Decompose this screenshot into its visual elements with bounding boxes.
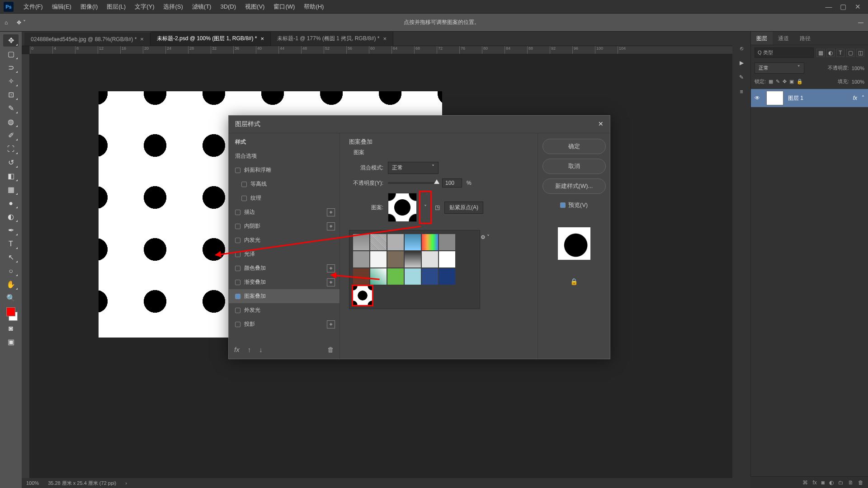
pattern-swatch[interactable] xyxy=(439,234,455,250)
bevel-emboss[interactable]: 斜面和浮雕 xyxy=(229,163,340,177)
delete-layer-icon[interactable]: 🗑 xyxy=(858,479,863,486)
screenmode-tool[interactable]: ▣ xyxy=(3,336,19,348)
zoom-tool[interactable]: 🔍 xyxy=(3,292,19,304)
filter-type-icon[interactable]: T xyxy=(836,49,844,57)
layer-fx-icon[interactable]: fx xyxy=(812,479,816,486)
dialog-titlebar[interactable]: 图层样式 ✕ xyxy=(229,116,610,133)
path-select-tool[interactable]: ↖ xyxy=(3,251,19,263)
pattern-swatch[interactable] xyxy=(387,251,404,267)
tab-channels[interactable]: 通道 xyxy=(773,32,794,45)
ok-button[interactable]: 确定 xyxy=(542,139,606,154)
optbar-collapse-icon[interactable]: — xyxy=(858,19,863,26)
pattern-swatch[interactable] xyxy=(353,234,369,250)
clone-panel-icon[interactable]: ≡ xyxy=(740,89,743,95)
add-icon[interactable]: + xyxy=(327,264,335,272)
user-pattern-swatch[interactable] xyxy=(353,286,372,305)
status-docsize[interactable]: 35.28 厘米 x 25.4 厘米 (72 ppi) xyxy=(48,480,116,487)
opacity-slider[interactable] xyxy=(388,182,438,184)
contour[interactable]: 等高线 xyxy=(229,177,340,191)
filter-smart-icon[interactable]: ◫ xyxy=(856,49,864,57)
blend-mode-select[interactable]: 正常˅ xyxy=(755,62,804,74)
menu-edit[interactable]: 编辑(E) xyxy=(47,0,76,14)
maximize-icon[interactable]: ▢ xyxy=(839,3,847,11)
doc-tab-2[interactable]: 未标题-2.psd @ 100% (图层 1, RGB/8#) *× xyxy=(151,32,271,46)
menu-help[interactable]: 帮助(H) xyxy=(299,0,328,14)
marquee-tool[interactable]: ▢ xyxy=(3,48,19,60)
pattern-swatch[interactable] xyxy=(422,251,438,267)
filter-adjust-icon[interactable]: ◐ xyxy=(826,49,835,57)
healing-tool[interactable]: ◍ xyxy=(3,116,19,128)
close-icon[interactable]: ✕ xyxy=(854,3,862,11)
lock-position-icon[interactable]: ✎ xyxy=(776,79,780,84)
lock-artboard-icon[interactable]: ▣ xyxy=(789,79,794,84)
texture[interactable]: 纹理 xyxy=(229,191,340,205)
lasso-tool[interactable]: ⊃ xyxy=(3,61,19,74)
close-icon[interactable]: × xyxy=(140,36,144,42)
pattern-swatch[interactable] xyxy=(370,234,387,250)
preview-checkbox[interactable]: 预览(V) xyxy=(560,201,588,209)
add-icon[interactable]: + xyxy=(327,320,335,328)
filter-pixel-icon[interactable]: ▦ xyxy=(816,49,825,57)
lock-move-icon[interactable]: ✥ xyxy=(783,79,787,84)
outer-glow[interactable]: 外发光 xyxy=(229,303,340,317)
opacity-input[interactable]: 100 xyxy=(442,178,462,188)
pattern-swatch[interactable] xyxy=(370,251,387,267)
brush-tool[interactable]: ✐ xyxy=(3,129,19,141)
link-layers-icon[interactable]: ⌘ xyxy=(802,479,808,486)
menu-window[interactable]: 窗口(W) xyxy=(269,0,299,14)
blur-tool[interactable]: ● xyxy=(3,197,19,209)
eyedropper-tool[interactable]: ✎ xyxy=(3,102,19,114)
gear-icon[interactable]: ⚙ ˅ xyxy=(481,234,490,240)
menu-type[interactable]: 文字(Y) xyxy=(130,0,159,14)
pattern-overlay[interactable]: 图案叠加 xyxy=(229,289,340,303)
trash-icon[interactable]: 🗑 xyxy=(327,346,334,353)
add-icon[interactable]: + xyxy=(327,208,335,216)
filter-shape-icon[interactable]: ▢ xyxy=(846,49,854,57)
history-panel-icon[interactable]: ⎋ xyxy=(740,45,743,52)
lock-image-icon[interactable]: ▦ xyxy=(769,79,773,84)
layer-row[interactable]: 👁 图层 1 fx ˄ xyxy=(751,89,868,107)
doc-tab-1[interactable]: 024888efaed545eb.jpg @ 88.7%(RGB/8#) *× xyxy=(24,33,151,46)
quickmask-tool[interactable]: ◙ xyxy=(3,322,19,334)
layer-name[interactable]: 图层 1 xyxy=(788,94,803,102)
satin[interactable]: 光泽 xyxy=(229,247,340,261)
fx-badge[interactable]: fx xyxy=(853,95,857,101)
snap-to-origin-button[interactable]: 贴紧原点(A) xyxy=(444,202,483,214)
layer-kind-filter[interactable]: Q 类型 xyxy=(755,47,814,58)
move-tool[interactable]: ✥ xyxy=(3,34,19,47)
color-swatches[interactable] xyxy=(4,307,18,321)
arrow-up-icon[interactable]: ↑ xyxy=(248,346,251,353)
close-icon[interactable]: ✕ xyxy=(598,120,604,128)
visibility-eye-icon[interactable]: 👁 xyxy=(755,95,762,101)
blend-mode-select[interactable]: 正常˅ xyxy=(388,162,439,174)
drop-shadow[interactable]: 投影+ xyxy=(229,317,340,331)
close-icon[interactable]: × xyxy=(383,35,387,42)
menu-layer[interactable]: 图层(L) xyxy=(102,0,130,14)
hand-tool[interactable]: ✋ xyxy=(3,278,19,291)
lock-all-icon[interactable]: 🔒 xyxy=(797,79,803,84)
pattern-preview-swatch[interactable] xyxy=(388,193,417,222)
tab-layers[interactable]: 图层 xyxy=(751,32,773,45)
gradient-overlay[interactable]: 渐变叠加+ xyxy=(229,275,340,289)
menu-image[interactable]: 图像(I) xyxy=(76,0,102,14)
arrow-down-icon[interactable]: ↓ xyxy=(259,346,263,353)
doc-tab-3[interactable]: 未标题-1 @ 177% (椭圆 1 拷贝, RGB/8#) *× xyxy=(271,32,393,46)
new-layer-icon[interactable]: 🗎 xyxy=(848,479,854,486)
cancel-button[interactable]: 取消 xyxy=(542,159,606,174)
pattern-swatch[interactable] xyxy=(405,251,421,267)
pattern-swatch[interactable] xyxy=(387,268,404,285)
add-icon[interactable]: + xyxy=(327,222,335,230)
pattern-swatch[interactable] xyxy=(387,234,404,250)
chevron-up-icon[interactable]: ˄ xyxy=(862,95,864,101)
type-tool[interactable]: T xyxy=(3,238,19,250)
gradient-tool[interactable]: ▦ xyxy=(3,183,19,196)
move-tool-icon[interactable]: ✥ ˅ xyxy=(17,19,25,26)
status-zoom[interactable]: 100% xyxy=(26,480,39,486)
layer-thumbnail[interactable] xyxy=(766,91,783,105)
pattern-swatch[interactable] xyxy=(439,251,455,267)
blending-options[interactable]: 混合选项 xyxy=(229,149,340,163)
fill-value[interactable]: 100% xyxy=(852,79,864,84)
stroke[interactable]: 描边+ xyxy=(229,205,340,219)
new-style-button[interactable]: 新建样式(W)... xyxy=(542,178,606,194)
eraser-tool[interactable]: ◧ xyxy=(3,170,19,182)
